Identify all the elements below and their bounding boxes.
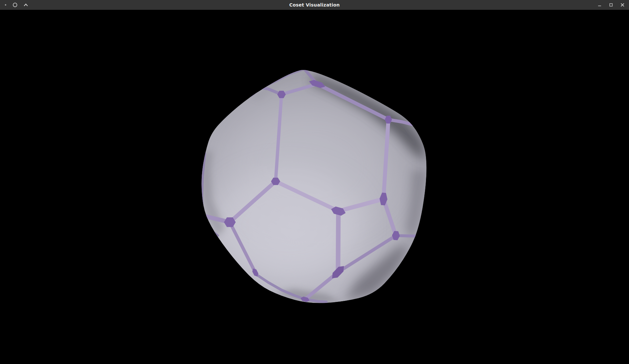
chevron-up-icon[interactable]	[23, 2, 28, 8]
polyhedron-edge-FI	[338, 211, 338, 272]
window-controls	[597, 0, 625, 10]
menu-dot-icon[interactable]	[4, 2, 7, 8]
polyhedron-vertex-K	[200, 211, 206, 220]
close-button[interactable]	[620, 2, 625, 8]
render-viewport[interactable]	[0, 10, 629, 364]
titlebar-left-icons	[4, 0, 28, 10]
highlight-top-face	[229, 103, 392, 230]
minimize-button[interactable]	[597, 2, 602, 8]
maximize-button[interactable]	[608, 2, 614, 8]
render-canvas[interactable]	[0, 10, 629, 364]
record-circle-icon[interactable]	[12, 2, 18, 8]
titlebar[interactable]: Coset Visualization	[0, 0, 629, 10]
window-title: Coset Visualization	[0, 0, 629, 10]
